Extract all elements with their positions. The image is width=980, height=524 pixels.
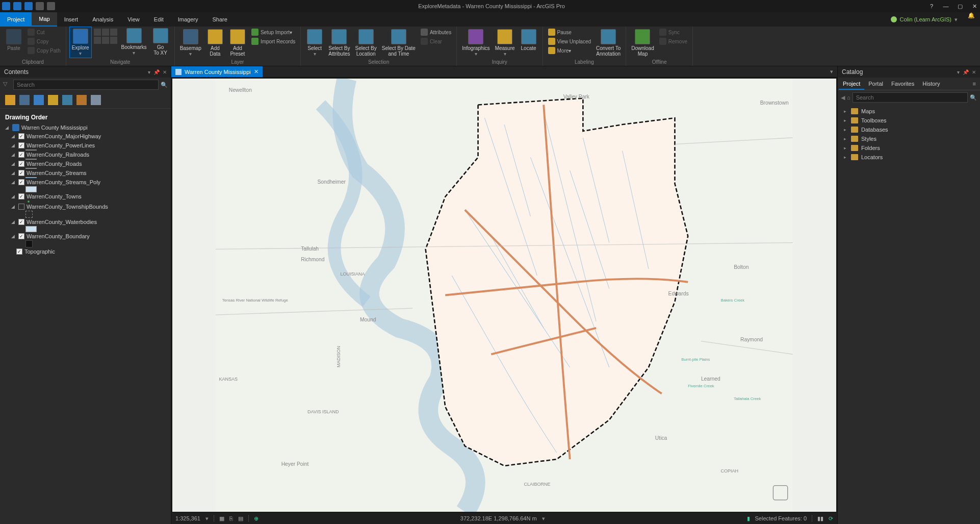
- layer-item[interactable]: ◢✓WarrenCounty_Streams_Poly: [2, 178, 169, 186]
- status-icon-1[interactable]: ▦: [219, 515, 224, 522]
- search-icon[interactable]: 🔍: [970, 94, 977, 101]
- catalog-item[interactable]: ▸Databases: [839, 125, 979, 134]
- list-by-labeling-icon[interactable]: [76, 95, 87, 105]
- attributes-button[interactable]: Attributes: [419, 28, 453, 37]
- select-by-date-button[interactable]: Select By Date and Time: [380, 28, 418, 58]
- tab-edit[interactable]: Edit: [147, 12, 171, 27]
- caret-icon[interactable]: ◢: [11, 234, 16, 239]
- status-icon-2[interactable]: ⎘: [229, 515, 233, 521]
- caret-icon[interactable]: ◢: [11, 180, 16, 185]
- catalog-tab-history[interactable]: History: [918, 79, 944, 90]
- layer-item[interactable]: ◢✓WarrenCounty_Streams: [2, 169, 169, 177]
- caret-icon[interactable]: ▸: [844, 127, 848, 132]
- notifications-icon[interactable]: 🔔: [963, 12, 980, 27]
- maximize-icon[interactable]: ▢: [957, 3, 964, 10]
- sync-button[interactable]: Sync: [657, 28, 689, 37]
- caret-icon[interactable]: ◢: [11, 152, 16, 157]
- bookmarks-button[interactable]: Bookmarks▾: [119, 27, 149, 57]
- map-tab[interactable]: Warren County Mississippi ✕: [171, 66, 263, 77]
- more-labeling-button[interactable]: More ▾: [546, 46, 594, 55]
- caret-icon[interactable]: ◢: [11, 194, 16, 199]
- catalog-menu-icon[interactable]: ≡: [970, 79, 979, 90]
- explore-button[interactable]: Explore▾: [69, 27, 92, 58]
- layer-checkbox[interactable]: ✓: [18, 193, 24, 199]
- next-extent-icon[interactable]: [110, 37, 117, 44]
- map-scale[interactable]: 1:325,361: [175, 515, 200, 521]
- paste-button[interactable]: Paste: [3, 28, 24, 53]
- clear-selection-button[interactable]: Clear: [419, 37, 453, 46]
- tab-project[interactable]: Project: [0, 12, 32, 27]
- layer-checkbox[interactable]: [18, 204, 24, 210]
- back-icon[interactable]: ◀: [841, 94, 845, 101]
- layer-item[interactable]: ◢✓WarrenCounty_Roads: [2, 160, 169, 168]
- map-node[interactable]: ◢ Warren County Mississippi: [2, 123, 169, 132]
- basemap-layer[interactable]: ✓ Topographic: [2, 247, 169, 256]
- select-by-attributes-button[interactable]: Select By Attributes: [326, 28, 352, 58]
- copy-path-button[interactable]: Copy Path: [25, 46, 63, 55]
- caret-icon[interactable]: ▸: [844, 145, 848, 151]
- layer-checkbox[interactable]: ✓: [18, 152, 24, 158]
- measure-button[interactable]: Measure▾: [493, 28, 517, 58]
- remove-button[interactable]: Remove: [657, 37, 689, 46]
- qat-redo-icon[interactable]: [47, 2, 55, 10]
- prev-extent-icon[interactable]: [110, 29, 117, 36]
- fixed-zoom-out-icon[interactable]: [102, 37, 109, 44]
- caret-icon[interactable]: ◢: [11, 204, 16, 209]
- caret-icon[interactable]: ◢: [11, 219, 16, 224]
- panel-pin-icon[interactable]: 📌: [153, 69, 160, 75]
- close-icon[interactable]: ✕: [971, 3, 978, 10]
- panel-pin-icon[interactable]: 📌: [963, 69, 969, 75]
- fixed-zoom-in-icon[interactable]: [102, 29, 109, 36]
- goto-xy-button[interactable]: Go To XY: [150, 27, 171, 57]
- minimize-icon[interactable]: —: [942, 3, 949, 10]
- tab-map[interactable]: Map: [32, 12, 57, 27]
- pause-labeling-button[interactable]: Pause: [546, 28, 594, 37]
- status-icon-3[interactable]: ▤: [238, 515, 243, 522]
- view-unplaced-button[interactable]: View Unplaced: [546, 37, 594, 46]
- panel-dropdown-icon[interactable]: ▾: [148, 69, 150, 75]
- caret-icon[interactable]: ◢: [11, 161, 16, 166]
- catalog-item[interactable]: ▸Styles: [839, 134, 979, 143]
- download-map-button[interactable]: Download Map: [629, 28, 656, 58]
- layer-item[interactable]: ◢✓WarrenCounty_Towns: [2, 192, 169, 201]
- tab-view[interactable]: View: [120, 12, 147, 27]
- caret-icon[interactable]: ◢: [11, 143, 16, 148]
- basemap-button[interactable]: Basemap▾: [178, 28, 203, 58]
- qat-open-icon[interactable]: [13, 2, 21, 10]
- caret-icon[interactable]: ▸: [844, 136, 848, 141]
- layer-item[interactable]: ◢✓WarrenCounty_MajorHighway: [2, 132, 169, 140]
- tab-share[interactable]: Share: [205, 12, 235, 27]
- layer-checkbox[interactable]: ✓: [18, 219, 24, 225]
- pause-drawing-icon[interactable]: ▮▮: [817, 515, 823, 522]
- caret-icon[interactable]: ◢: [5, 125, 10, 130]
- caret-icon[interactable]: ◢: [11, 170, 16, 176]
- catalog-tab-favorites[interactable]: Favorites: [887, 79, 918, 90]
- catalog-item[interactable]: ▸Maps: [839, 107, 979, 116]
- setup-import-button[interactable]: Setup Import ▾: [249, 28, 297, 37]
- layer-checkbox[interactable]: ✓: [18, 170, 24, 176]
- filter-icon[interactable]: ▽: [3, 81, 11, 89]
- layer-checkbox[interactable]: ✓: [18, 133, 24, 139]
- layer-item[interactable]: ◢✓WarrenCounty_PowerLines: [2, 141, 169, 149]
- list-by-drawing-order-icon[interactable]: [5, 95, 15, 105]
- full-extent-icon[interactable]: [94, 29, 101, 36]
- add-preset-button[interactable]: Add Preset: [227, 28, 248, 58]
- map-canvas[interactable]: Valley Park Sondheimer LOUISIANA Tallula…: [172, 79, 836, 512]
- qat-new-icon[interactable]: [2, 2, 10, 10]
- panel-close-icon[interactable]: ✕: [972, 69, 976, 75]
- catalog-item[interactable]: ▸Folders: [839, 143, 979, 153]
- infographics-button[interactable]: Infographics▾: [460, 28, 492, 58]
- catalog-tab-project[interactable]: Project: [839, 79, 864, 90]
- layer-item[interactable]: ◢✓WarrenCounty_Boundary: [2, 232, 169, 240]
- select-by-location-button[interactable]: Select By Location: [353, 28, 378, 58]
- user-account[interactable]: Colin (Learn ArcGIS)▾: [886, 12, 963, 27]
- panel-dropdown-icon[interactable]: ▾: [957, 69, 960, 75]
- locate-button[interactable]: Locate: [518, 28, 539, 53]
- home-icon[interactable]: ⌂: [847, 94, 850, 101]
- list-by-perspective-icon[interactable]: [91, 95, 101, 105]
- catalog-tab-portal[interactable]: Portal: [864, 79, 887, 90]
- close-tab-icon[interactable]: ✕: [254, 68, 259, 75]
- refresh-icon[interactable]: ⟳: [829, 515, 833, 522]
- select-button[interactable]: Select▾: [304, 28, 325, 58]
- snapping-icon[interactable]: ⊕: [254, 515, 259, 522]
